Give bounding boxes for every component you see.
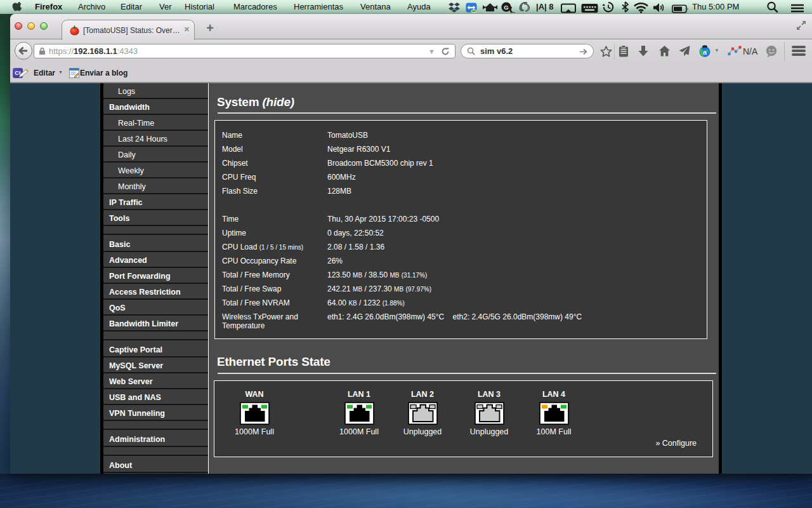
svg-text:G: G bbox=[504, 4, 508, 11]
svg-text:a: a bbox=[703, 48, 707, 56]
